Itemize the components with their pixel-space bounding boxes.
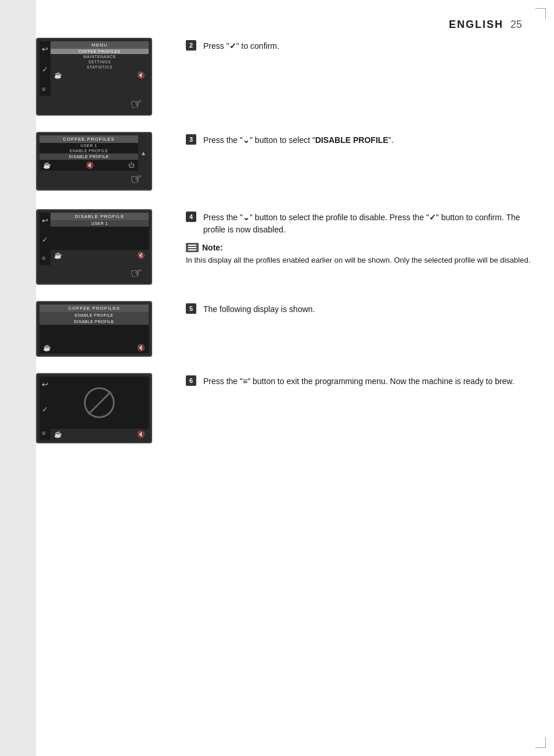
- step-5-screen: COFFEE PROFILES ENABLE PROFILE DISABLE P…: [36, 301, 152, 357]
- step-3-bottom: ☕ 🔇 ⏻: [39, 160, 138, 171]
- cup-icon-3: ☕: [43, 162, 51, 169]
- step-5-bottom: ☕ 🔇: [39, 342, 149, 353]
- note-title: Note:: [202, 243, 223, 252]
- step-2-hand-area: ☞: [39, 96, 149, 112]
- no-entry-icon: [84, 387, 116, 419]
- left-sidebar: [0, 0, 36, 756]
- step-4-instruction: Press the "⌄" button to select the profi…: [203, 212, 537, 236]
- step-6-device-wrapper: ↩ ✓ ≡ ☕: [36, 373, 152, 443]
- menu-item-maintenance: MAINTENANCE: [51, 54, 149, 59]
- step-3-content: 3 Press the "⌄" button to select "DISABL…: [186, 132, 537, 146]
- step-2-row: ↩ ✓ ≡ MENU COFFEE PROFILES MAINTENANCE S…: [36, 38, 537, 116]
- step-2-text: 2 Press "✓" to confirm.: [186, 40, 537, 52]
- note-body: In this display all the profiles enabled…: [186, 255, 537, 266]
- page-header: ENGLISH 25: [449, 19, 522, 31]
- step-number-2: 2: [186, 40, 196, 51]
- back-icon-4: ↩: [42, 216, 48, 225]
- cup-icon-5: ☕: [43, 344, 51, 352]
- step-3-device-wrapper: COFFEE PROFILES USER 1 ENABLE PROFILE DI…: [36, 132, 152, 191]
- step-4-device-wrapper: ↩ ✓ ≡ DISABLE PROFILE USER 1 ☕ 🔇: [36, 209, 152, 285]
- step-4-text: 4 Press the "⌄" button to select the pro…: [186, 212, 537, 236]
- step-6-instruction: Press the "≡" button to exit the program…: [203, 375, 515, 388]
- note-line-1: [188, 245, 196, 246]
- note-header: Note:: [186, 243, 537, 252]
- step-2-device: ↩ ✓ ≡ MENU COFFEE PROFILES MAINTENANCE S…: [36, 38, 170, 116]
- step-2-screen-main: MENU COFFEE PROFILES MAINTENANCE SETTING…: [51, 41, 149, 96]
- step-3-row: COFFEE PROFILES USER 1 ENABLE PROFILE DI…: [36, 132, 537, 191]
- menu-item-statistics: STATISTICS: [51, 65, 149, 70]
- step-4-hand-area: ☞: [39, 265, 149, 281]
- step-number-3: 3: [186, 134, 196, 145]
- check-icon-6: ✓: [42, 405, 48, 414]
- step-6-text: 6 Press the "≡" button to exit the progr…: [186, 375, 537, 388]
- step-4-screen: ↩ ✓ ≡ DISABLE PROFILE USER 1 ☕ 🔇: [36, 209, 152, 285]
- note-icon: [186, 243, 199, 252]
- hand-icon-4: ☞: [129, 264, 145, 282]
- cup-icon-4: ☕: [54, 252, 62, 259]
- cup-icon: ☕: [54, 71, 62, 79]
- mute-icon: 🔇: [137, 71, 145, 79]
- list-icon-6: ≡: [42, 429, 48, 436]
- note-line-2: [188, 247, 196, 248]
- step-4-device: ↩ ✓ ≡ DISABLE PROFILE USER 1 ☕ 🔇: [36, 209, 170, 285]
- back-icon-6: ↩: [42, 380, 48, 389]
- coffee-profiles-header: COFFEE PROFILES: [39, 135, 138, 143]
- s5-coffee-header: COFFEE PROFILES: [39, 304, 149, 312]
- step-6-screen: ↩ ✓ ≡ ☕: [36, 373, 152, 443]
- up-arrow-3: ▲: [141, 150, 146, 156]
- step-6-screen-main: ☕ 🔇: [51, 377, 149, 440]
- step-4-screen-main: DISABLE PROFILE USER 1 ☕ 🔇: [51, 213, 149, 265]
- step-4-row: ↩ ✓ ≡ DISABLE PROFILE USER 1 ☕ 🔇: [36, 209, 537, 285]
- menu-item-settings: SETTINGS: [51, 59, 149, 65]
- svg-line-1: [88, 392, 111, 414]
- step-number-4: 4: [186, 212, 196, 222]
- step-5-row: COFFEE PROFILES ENABLE PROFILE DISABLE P…: [36, 301, 537, 357]
- step-2-screen: ↩ ✓ ≡ MENU COFFEE PROFILES MAINTENANCE S…: [36, 38, 152, 116]
- s3-disable: DISABLE PROFILE: [39, 153, 138, 160]
- cup-icon-6: ☕: [54, 431, 62, 438]
- menu-header: MENU: [51, 41, 149, 49]
- back-icon: ↩: [42, 45, 48, 53]
- step-3-screen: COFFEE PROFILES USER 1 ENABLE PROFILE DI…: [36, 132, 152, 191]
- step-2-device-wrapper: ↩ ✓ ≡ MENU COFFEE PROFILES MAINTENANCE S…: [36, 38, 152, 116]
- step-2-content: 2 Press "✓" to confirm.: [186, 38, 537, 52]
- step-6-content: 6 Press the "≡" button to exit the progr…: [186, 373, 537, 388]
- step-3-text: 3 Press the "⌄" button to select "DISABL…: [186, 134, 537, 146]
- note-line-3: [188, 249, 196, 250]
- s3-enable: ENABLE PROFILE: [39, 148, 138, 153]
- step-3-instruction: Press the "⌄" button to select "DISABLE …: [203, 134, 394, 146]
- s5-enable: ENABLE PROFILE: [39, 312, 149, 318]
- mute-icon-5: 🔇: [137, 344, 145, 352]
- power-icon-3: ⏻: [128, 162, 135, 169]
- step-4-bottom: ☕ 🔇: [51, 250, 149, 261]
- step-6-bottom: ☕ 🔇: [51, 429, 149, 440]
- page-number: 25: [510, 19, 522, 31]
- list-icon: ≡: [42, 85, 48, 92]
- s5-disable: DISABLE PROFILE: [39, 318, 149, 325]
- step-5-instruction: The following display is shown.: [203, 303, 315, 316]
- step-2-bottom: ☕ 🔇: [51, 70, 149, 81]
- step-5-device: COFFEE PROFILES ENABLE PROFILE DISABLE P…: [36, 301, 170, 357]
- step-3-hand-area: ☞: [39, 171, 149, 187]
- step-2-instruction: Press "✓" to confirm.: [203, 40, 279, 52]
- step-6-row: ↩ ✓ ≡ ☕: [36, 373, 537, 443]
- note-box: Note: In this display all the profiles e…: [186, 243, 537, 266]
- s3-user1: USER 1: [39, 143, 138, 148]
- step-5-content: 5 The following display is shown.: [186, 301, 537, 316]
- corner-mark-br: [535, 737, 546, 748]
- mute-icon-4: 🔇: [137, 252, 145, 259]
- mute-icon-3: 🔇: [86, 162, 94, 169]
- step-5-text: 5 The following display is shown.: [186, 303, 537, 316]
- disable-profile-header: DISABLE PROFILE: [51, 213, 149, 220]
- step-5-device-wrapper: COFFEE PROFILES ENABLE PROFILE DISABLE P…: [36, 301, 152, 357]
- corner-mark-tr: [535, 8, 546, 19]
- step-4-content: 4 Press the "⌄" button to select the pro…: [186, 209, 537, 266]
- hand-icon-3: ☞: [129, 170, 145, 188]
- mute-icon-6: 🔇: [137, 431, 145, 438]
- check-icon: ✓: [42, 65, 48, 74]
- step-3-device: COFFEE PROFILES USER 1 ENABLE PROFILE DI…: [36, 132, 170, 191]
- list-icon-4: ≡: [42, 255, 48, 261]
- s4-user1: USER 1: [51, 220, 149, 227]
- step-6-device: ↩ ✓ ≡ ☕: [36, 373, 170, 443]
- check-icon-4: ✓: [42, 235, 48, 244]
